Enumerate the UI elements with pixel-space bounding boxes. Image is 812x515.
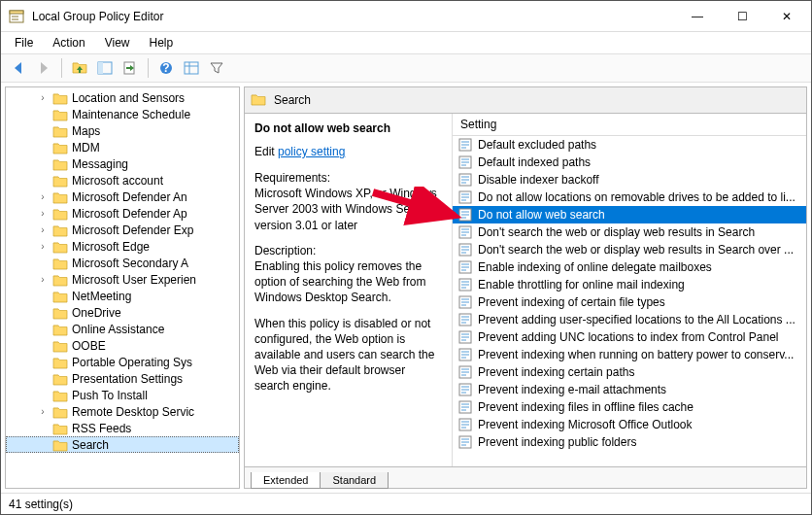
settings-list[interactable]: Setting Default excluded pathsDefault in… [453,114,806,466]
tree-item[interactable]: Microsoft account [6,172,239,189]
minimize-button[interactable]: — [675,2,720,31]
edit-policy-link[interactable]: policy setting [278,145,345,158]
expand-icon[interactable]: › [37,208,49,219]
tree-item[interactable]: OneDrive [6,304,239,321]
requirements-text: Microsoft Windows XP, or Windows Server … [254,186,442,233]
folder-icon [52,372,68,386]
export-button[interactable] [118,56,142,80]
setting-label: Prevent indexing e-mail attachments [478,383,666,396]
expand-icon[interactable]: › [37,274,49,285]
properties-button[interactable] [180,56,203,80]
setting-row[interactable]: Prevent indexing when running on battery… [453,346,806,363]
tree-item[interactable]: Portable Operating Sys [6,354,239,370]
tree-item[interactable]: Presentation Settings [6,370,239,387]
svg-rect-13 [185,62,198,74]
setting-row[interactable]: Enable indexing of online delegate mailb… [453,258,806,276]
setting-row[interactable]: Default excluded paths [453,136,806,154]
tree-item[interactable]: OOBE [6,337,239,354]
tree-item[interactable]: MDM [6,139,239,155]
menu-help[interactable]: Help [140,34,184,52]
expand-icon[interactable]: › [37,92,49,103]
policy-icon [458,243,472,257]
tree-item[interactable]: Online Assistance [6,321,239,337]
tree-item[interactable]: ›Remote Desktop Servic [6,403,239,420]
setting-row[interactable]: Prevent indexing Microsoft Office Outloo… [453,416,806,433]
tree-item[interactable]: Maps [6,122,239,139]
tab-extended[interactable]: Extended [251,472,321,489]
toolbar-separator [148,58,149,78]
policy-icon [458,173,472,187]
menu-view[interactable]: View [95,34,140,52]
show-hide-tree-button[interactable] [93,56,117,80]
tree-item[interactable]: ›Microsoft Defender Ap [6,205,239,222]
tree-item[interactable]: ›Microsoft Edge [6,238,239,255]
tree-item-label: Remote Desktop Servic [72,405,194,419]
up-folder-button[interactable] [68,56,91,80]
setting-row[interactable]: Prevent indexing e-mail attachments [453,381,806,398]
tree-item[interactable]: Microsoft Secondary A [6,255,239,271]
tree-item[interactable]: NetMeeting [6,288,239,304]
breadcrumb-label: Search [274,93,311,107]
expand-icon[interactable]: › [37,224,49,235]
toolbar: ? [1,53,811,83]
setting-row[interactable]: Don't search the web or display web resu… [453,223,806,241]
policy-icon [458,190,472,204]
tree-item-label: Presentation Settings [72,372,183,386]
tree-item[interactable]: ›Microsoft Defender An [6,189,239,205]
folder-icon [52,240,68,254]
breadcrumb: Search [244,86,807,114]
column-header-setting[interactable]: Setting [453,114,806,136]
expand-icon[interactable]: › [37,406,49,417]
folder-icon [52,273,68,287]
tree-item[interactable]: Push To Install [6,387,239,403]
setting-row[interactable]: Prevent adding UNC locations to index fr… [453,328,806,346]
expand-icon[interactable]: › [37,241,49,252]
tree-item-label: OOBE [72,339,106,353]
tree-item[interactable]: ›Microsoft Defender Exp [6,222,239,238]
maximize-button[interactable]: ☐ [720,2,764,31]
setting-label: Prevent indexing when running on battery… [478,348,794,361]
help-button[interactable]: ? [154,56,178,80]
tree-item[interactable]: ›Location and Sensors [6,89,239,106]
folder-icon [52,223,68,237]
tree-item[interactable]: Messaging [6,155,239,172]
setting-row[interactable]: Enable throttling for online mail indexi… [453,276,806,293]
window-title: Local Group Policy Editor [32,10,675,23]
setting-row[interactable]: Prevent indexing of certain file types [453,293,806,311]
forward-button[interactable] [32,56,55,80]
policy-icon [458,225,472,239]
app-icon [9,9,24,24]
folder-icon [52,422,68,435]
setting-row[interactable]: Prevent adding user-specified locations … [453,311,806,328]
folder-icon [52,438,68,452]
setting-row[interactable]: Prevent indexing certain paths [453,363,806,381]
tree-item[interactable]: Search [6,436,239,453]
setting-row[interactable]: Do not allow web search [453,206,806,223]
setting-row[interactable]: Do not allow locations on removable driv… [453,189,806,206]
setting-row[interactable]: Prevent indexing files in offline files … [453,398,806,416]
policy-title: Do not allow web search [254,121,442,135]
tree-item-label: Microsoft Secondary A [72,257,188,270]
expand-icon[interactable]: › [37,191,49,202]
tree-item[interactable]: ›Microsoft User Experien [6,271,239,288]
tree-item[interactable]: Maintenance Schedule [6,106,239,122]
setting-label: Prevent indexing certain paths [478,365,634,379]
close-button[interactable]: ✕ [764,2,809,31]
requirements-label: Requirements: [254,170,442,186]
tree-item[interactable]: RSS Feeds [6,420,239,436]
policy-icon [458,348,472,361]
setting-row[interactable]: Don't search the web or display web resu… [453,241,806,258]
description-pane: Do not allow web search Edit policy sett… [245,114,453,466]
menu-action[interactable]: Action [43,34,94,52]
filter-button[interactable] [205,56,228,80]
tree-pane[interactable]: ›Location and SensorsMaintenance Schedul… [5,86,240,489]
setting-label: Prevent indexing public folders [478,435,636,449]
setting-row[interactable]: Default indexed paths [453,154,806,171]
tab-standard[interactable]: Standard [320,472,389,489]
policy-icon [458,435,472,449]
setting-row[interactable]: Disable indexer backoff [453,171,806,189]
folder-icon [52,91,68,105]
setting-row[interactable]: Prevent indexing public folders [453,433,806,451]
back-button[interactable] [7,56,30,80]
menu-file[interactable]: File [5,34,43,52]
